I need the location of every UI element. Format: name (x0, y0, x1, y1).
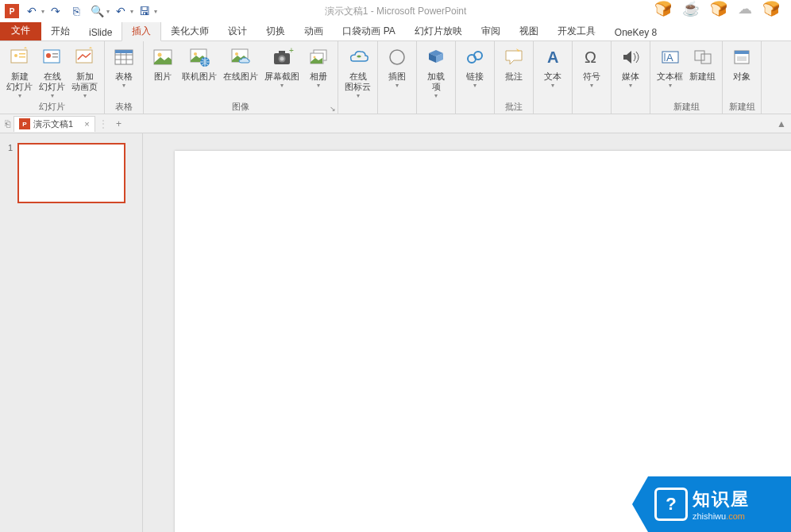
svg-point-21 (235, 52, 238, 56)
button-label: 加载项 (427, 71, 445, 92)
ribbon: 新建幻灯片▾在线幻灯片▾新加动画页▾幻灯片表格▾表格图片联机图片在线图片+屏幕截… (0, 41, 791, 114)
slide-canvas[interactable] (175, 151, 791, 532)
zoom-icon[interactable]: 🔍 (87, 2, 106, 21)
svg-rect-3 (19, 56, 25, 58)
workspace: 1 (0, 133, 791, 532)
tab-islide[interactable]: iSlide (79, 24, 122, 40)
slide-number: 1 (8, 143, 17, 203)
button-label: 表格 (115, 71, 133, 82)
picture-button[interactable]: 图片 (147, 43, 179, 101)
symbol-button[interactable]: Ω符号▾ (576, 43, 608, 101)
slide-thumbnail[interactable]: 1 (8, 143, 134, 203)
dropdown-icon[interactable]: ▾ (280, 82, 284, 89)
question-icon: ? (654, 488, 688, 521)
table-button[interactable]: 表格▾ (108, 43, 140, 101)
title-bar: P ↶▾ ↷ ⎘ 🔍▾ ↶▾ 🖫▾ 演示文稿1 - Microsoft Powe… (0, 0, 791, 22)
svg-point-5 (46, 53, 51, 58)
window-icon[interactable]: ⎘ (67, 2, 86, 21)
tab-design[interactable]: 设计 (218, 21, 257, 40)
document-tab[interactable]: P 演示文稿1 × (14, 116, 95, 132)
new-document-button[interactable]: + (111, 118, 127, 129)
addins-button[interactable]: 加载项▾ (420, 43, 452, 101)
dropdown-icon[interactable]: ▾ (83, 92, 87, 99)
dropdown-icon[interactable]: ▾ (629, 82, 632, 89)
group-label: 图像↘ (144, 101, 338, 114)
button-label: 插图 (388, 71, 406, 82)
dropdown-icon[interactable]: ▾ (396, 82, 399, 89)
tab-animation[interactable]: 动画 (295, 21, 333, 40)
dropdown-icon[interactable]: ▾ (473, 82, 477, 89)
screenshot-button[interactable]: +屏幕截图▾ (261, 43, 303, 101)
dropdown-icon[interactable]: ▾ (551, 82, 554, 89)
dropdown-icon[interactable]: ▾ (154, 8, 157, 15)
tab-review[interactable]: 审阅 (472, 21, 510, 40)
dropdown-icon[interactable]: ▾ (51, 92, 54, 99)
comment-button[interactable]: 批注 (498, 43, 530, 101)
touch-icon[interactable]: ↶ (111, 2, 130, 21)
new-anim-page-button[interactable]: 新加动画页▾ (68, 43, 101, 101)
circle-icon (384, 44, 410, 70)
online-iconcloud-button[interactable]: 在线图标云▾ (341, 43, 374, 101)
online-picture-button[interactable]: 联机图片 (179, 43, 220, 101)
collapse-ribbon-icon[interactable]: ▲ (777, 118, 786, 129)
album-button[interactable]: 相册▾ (303, 43, 334, 101)
dropdown-icon[interactable]: ▾ (590, 82, 593, 89)
tab-developer[interactable]: 开发工具 (548, 21, 605, 40)
tab-file[interactable]: 文件 (0, 21, 41, 40)
dropdown-icon[interactable]: ▾ (130, 8, 133, 15)
new-slide-button[interactable]: 新建幻灯片▾ (3, 43, 36, 101)
dialog-launcher-icon[interactable]: ↘ (330, 105, 336, 113)
slide-preview[interactable] (17, 143, 125, 203)
textbox-button[interactable]: A文本框▾ (654, 43, 686, 101)
dropdown-icon[interactable]: ▾ (122, 82, 125, 89)
close-icon[interactable]: × (84, 119, 89, 129)
dropdown-icon[interactable]: ▾ (357, 92, 360, 99)
tab-insert[interactable]: 插入 (122, 21, 161, 41)
dropdown-icon[interactable]: ▾ (434, 92, 438, 99)
undo-icon[interactable]: ↶ (22, 2, 41, 21)
svg-point-18 (194, 52, 197, 56)
dropdown-icon[interactable]: ▾ (106, 8, 110, 15)
button-label: 相册 (310, 71, 327, 82)
illustration-button[interactable]: 插图▾ (381, 43, 413, 101)
link-button[interactable]: 链接▾ (459, 43, 491, 101)
svg-rect-7 (52, 56, 58, 58)
tab-transition[interactable]: 切换 (257, 21, 295, 40)
camera-icon: + (269, 44, 295, 70)
tab-slideshow[interactable]: 幻灯片放映 (405, 21, 472, 40)
dropdown-icon[interactable]: ▾ (18, 92, 21, 99)
slide-thumbnail-pane[interactable]: 1 (0, 133, 143, 532)
save-icon[interactable]: 🖫 (135, 2, 154, 21)
text-button[interactable]: A文本▾ (537, 43, 569, 101)
group-label: 新建组 (723, 101, 761, 114)
tab-home[interactable]: 开始 (41, 21, 79, 40)
pin-icon[interactable]: ⎗ (5, 118, 10, 129)
tab-beautify[interactable]: 美化大师 (161, 21, 218, 40)
dropdown-icon[interactable]: ▾ (669, 82, 672, 89)
group-label (417, 101, 455, 114)
tab-onekey[interactable]: OneKey 8 (605, 24, 666, 40)
quick-access-toolbar: ↶▾ ↷ ⎘ 🔍▾ ↶▾ 🖫▾ (22, 2, 157, 21)
document-tab-strip: ⎗ P 演示文稿1 × ⋮ + ▲ (0, 114, 791, 133)
button-label: 符号 (583, 71, 600, 82)
tab-view[interactable]: 视图 (510, 21, 548, 40)
web-picture-button[interactable]: 在线图片 (220, 43, 261, 101)
group-label: 批注 (495, 101, 533, 114)
dropdown-icon[interactable]: ▾ (41, 8, 44, 15)
ribbon-group: 对象新建组 (723, 41, 762, 114)
pic-icon (150, 44, 176, 70)
ribbon-group: 表格▾表格 (105, 41, 144, 114)
ribbon-group: A文本▾ (534, 41, 573, 114)
redo-icon[interactable]: ↷ (46, 2, 65, 21)
newgroup1-button[interactable]: 新建组 (686, 43, 719, 101)
watermark-name: 知识屋 (693, 488, 750, 511)
slide-editor[interactable] (143, 133, 791, 532)
button-label: 文本框 (657, 71, 683, 82)
button-label: 新建组 (689, 71, 716, 82)
object-button[interactable]: 对象 (726, 43, 758, 101)
dropdown-icon[interactable]: ▾ (317, 82, 320, 89)
svg-point-30 (390, 50, 404, 64)
online-slide-button[interactable]: 在线幻灯片▾ (36, 43, 68, 101)
tab-pocketanim[interactable]: 口袋动画 PA (333, 21, 404, 40)
media-button[interactable]: 媒体▾ (615, 43, 646, 101)
